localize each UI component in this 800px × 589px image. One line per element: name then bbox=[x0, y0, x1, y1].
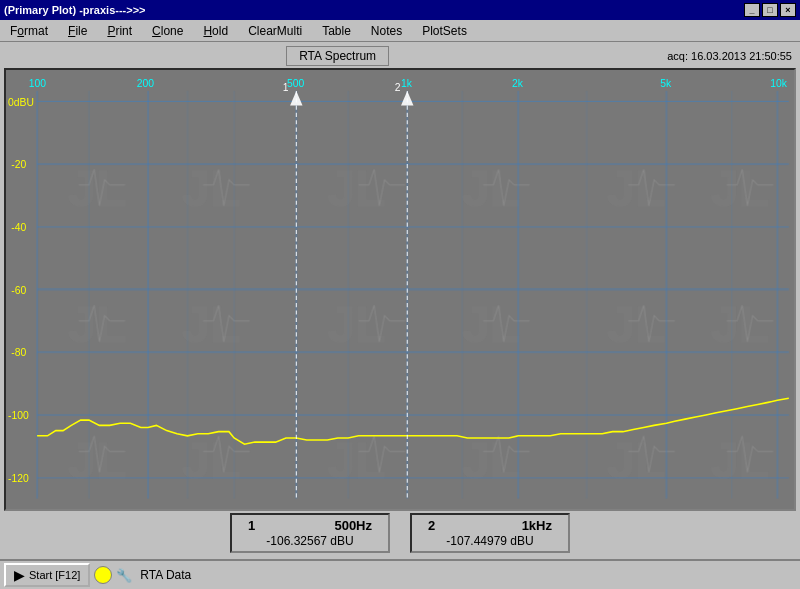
svg-text:-40: -40 bbox=[11, 222, 26, 233]
svg-text:1k: 1k bbox=[401, 78, 413, 89]
svg-text:JL: JL bbox=[462, 161, 520, 217]
svg-text:JL: JL bbox=[182, 161, 240, 217]
wrench-icon: 🔧 bbox=[116, 567, 132, 583]
svg-text:1: 1 bbox=[283, 82, 289, 93]
menu-plotsets[interactable]: PlotSets bbox=[416, 22, 473, 40]
cursor1-box: 1 500Hz -106.32567 dBU bbox=[230, 513, 390, 553]
chart-container[interactable]: JL JL JL JL JL JL JL JL JL JL JL JL JL J… bbox=[4, 68, 796, 511]
svg-text:JL: JL bbox=[711, 297, 769, 353]
svg-text:JL: JL bbox=[182, 297, 240, 353]
menu-notes[interactable]: Notes bbox=[365, 22, 408, 40]
menu-file[interactable]: File bbox=[62, 22, 93, 40]
minimize-button[interactable]: _ bbox=[744, 3, 760, 17]
svg-text:-120: -120 bbox=[8, 473, 29, 484]
svg-text:5k: 5k bbox=[660, 78, 672, 89]
svg-text:-60: -60 bbox=[11, 285, 26, 296]
main-content: RTA Spectrum acq: 16.03.2013 21:50:55 JL… bbox=[0, 42, 800, 559]
window-title: (Primary Plot) -praxis--->>> bbox=[4, 4, 146, 16]
status-indicator-icon bbox=[94, 566, 112, 584]
cursor-info: 1 500Hz -106.32567 dBU 2 1kHz -107.44979… bbox=[4, 511, 796, 555]
svg-text:JL: JL bbox=[462, 297, 520, 353]
svg-text:100: 100 bbox=[29, 78, 47, 89]
start-label: Start [F12] bbox=[29, 569, 80, 581]
menu-hold[interactable]: Hold bbox=[197, 22, 234, 40]
menu-format[interactable]: Format bbox=[4, 22, 54, 40]
svg-text:2k: 2k bbox=[512, 78, 524, 89]
svg-text:500: 500 bbox=[287, 78, 305, 89]
maximize-button[interactable]: □ bbox=[762, 3, 778, 17]
svg-text:-80: -80 bbox=[11, 347, 26, 358]
svg-text:JL: JL bbox=[607, 297, 665, 353]
menu-table[interactable]: Table bbox=[316, 22, 357, 40]
chart-svg: JL JL JL JL JL JL JL JL JL JL JL JL JL J… bbox=[6, 70, 794, 509]
cursor1-db: -106.32567 dBU bbox=[248, 534, 372, 548]
svg-text:JL: JL bbox=[607, 432, 665, 488]
svg-text:JL: JL bbox=[182, 432, 240, 488]
cursor1-num: 1 bbox=[248, 518, 255, 533]
svg-text:-20: -20 bbox=[11, 159, 26, 170]
cursor2-box: 2 1kHz -107.44979 dBU bbox=[410, 513, 570, 553]
menu-bar: Format File Print Clone Hold ClearMulti … bbox=[0, 20, 800, 42]
svg-text:200: 200 bbox=[137, 78, 155, 89]
title-bar-controls: _ □ × bbox=[744, 3, 796, 17]
start-icon: ▶ bbox=[14, 567, 25, 583]
cursor1-freq: 500Hz bbox=[334, 518, 372, 533]
svg-text:JL: JL bbox=[711, 161, 769, 217]
svg-text:10k: 10k bbox=[770, 78, 788, 89]
cursor2-db: -107.44979 dBU bbox=[428, 534, 552, 548]
status-bar: ▶ Start [F12] 🔧 RTA Data bbox=[0, 559, 800, 589]
svg-text:-100: -100 bbox=[8, 410, 29, 421]
title-bar: (Primary Plot) -praxis--->>> _ □ × bbox=[0, 0, 800, 20]
cursor2-freq: 1kHz bbox=[522, 518, 552, 533]
plot-title: RTA Spectrum bbox=[299, 49, 376, 63]
plot-title-box: RTA Spectrum bbox=[286, 46, 389, 66]
close-button[interactable]: × bbox=[780, 3, 796, 17]
svg-text:2: 2 bbox=[395, 82, 401, 93]
acq-info: acq: 16.03.2013 21:50:55 bbox=[667, 50, 792, 62]
menu-clone[interactable]: Clone bbox=[146, 22, 189, 40]
svg-text:JL: JL bbox=[327, 432, 385, 488]
menu-print[interactable]: Print bbox=[101, 22, 138, 40]
svg-text:0dBU: 0dBU bbox=[8, 97, 34, 108]
status-text: RTA Data bbox=[140, 568, 191, 582]
svg-text:JL: JL bbox=[607, 161, 665, 217]
svg-text:JL: JL bbox=[462, 432, 520, 488]
menu-clearmulti[interactable]: ClearMulti bbox=[242, 22, 308, 40]
start-button[interactable]: ▶ Start [F12] bbox=[4, 563, 90, 587]
cursor2-num: 2 bbox=[428, 518, 435, 533]
plot-header: RTA Spectrum acq: 16.03.2013 21:50:55 bbox=[4, 46, 796, 66]
